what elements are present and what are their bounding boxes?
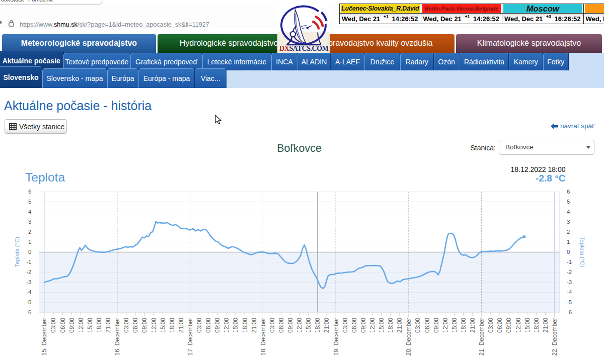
svg-text:18:00: 18:00 — [460, 318, 467, 333]
svg-text:5: 5 — [28, 199, 31, 205]
svg-text:15:00: 15:00 — [451, 318, 458, 333]
svg-text:03:00: 03:00 — [487, 318, 494, 333]
svg-text:2: 2 — [567, 229, 570, 235]
svg-text:21:00: 21:00 — [469, 318, 476, 333]
svg-text:21. December: 21. December — [478, 318, 485, 355]
svg-text:21:00: 21:00 — [396, 318, 403, 333]
svg-text:1: 1 — [567, 239, 570, 245]
svg-text:15. December: 15. December — [41, 318, 48, 355]
svg-text:03:00: 03:00 — [414, 318, 421, 333]
svg-text:21:00: 21:00 — [105, 318, 112, 333]
svg-text:0: 0 — [28, 249, 31, 255]
svg-text:-5: -5 — [567, 299, 572, 305]
svg-text:-4: -4 — [567, 289, 572, 295]
svg-text:15:00: 15:00 — [378, 318, 385, 333]
svg-text:21:00: 21:00 — [323, 318, 330, 333]
svg-text:6: 6 — [28, 189, 31, 195]
svg-text:-4: -4 — [26, 289, 32, 295]
svg-text:18:00: 18:00 — [169, 318, 176, 333]
svg-text:06:00: 06:00 — [424, 318, 431, 333]
svg-text:-3: -3 — [26, 279, 31, 285]
svg-text:-6: -6 — [26, 309, 31, 315]
svg-text:18:00: 18:00 — [314, 318, 321, 333]
svg-text:18:00: 18:00 — [242, 318, 249, 333]
svg-text:5: 5 — [567, 199, 570, 205]
svg-text:3: 3 — [28, 219, 31, 225]
svg-text:15:00: 15:00 — [524, 318, 531, 333]
svg-text:4: 4 — [567, 209, 570, 215]
svg-text:18. December: 18. December — [260, 318, 267, 355]
svg-text:0: 0 — [567, 249, 570, 255]
svg-text:17. December: 17. December — [187, 318, 194, 355]
svg-text:15:00: 15:00 — [305, 318, 312, 333]
svg-text:-1: -1 — [26, 259, 31, 265]
svg-text:18:00: 18:00 — [96, 318, 103, 333]
svg-text:20. December: 20. December — [405, 318, 412, 355]
svg-text:18:00: 18:00 — [387, 318, 394, 333]
svg-text:03:00: 03:00 — [196, 318, 203, 333]
svg-text:6: 6 — [567, 189, 570, 195]
svg-text:03:00: 03:00 — [50, 318, 57, 333]
svg-text:03:00: 03:00 — [269, 318, 276, 333]
svg-text:03:00: 03:00 — [342, 318, 349, 333]
svg-text:09:00: 09:00 — [214, 318, 221, 333]
svg-text:09:00: 09:00 — [505, 318, 512, 333]
svg-text:12:00: 12:00 — [369, 318, 376, 333]
svg-text:12:00: 12:00 — [296, 318, 303, 333]
svg-text:1: 1 — [28, 239, 31, 245]
svg-text:06:00: 06:00 — [59, 318, 66, 333]
svg-text:19. December: 19. December — [333, 318, 340, 355]
svg-text:16. December: 16. December — [114, 318, 121, 355]
svg-text:Teplota (°C): Teplota (°C) — [14, 236, 20, 267]
svg-text:21:00: 21:00 — [542, 318, 549, 333]
svg-text:06:00: 06:00 — [205, 318, 212, 333]
svg-text:09:00: 09:00 — [68, 318, 76, 333]
svg-text:-2: -2 — [26, 269, 31, 275]
svg-text:09:00: 09:00 — [360, 318, 367, 333]
svg-text:22. December: 22. December — [551, 318, 558, 355]
svg-text:09:00: 09:00 — [287, 318, 294, 333]
svg-text:-6: -6 — [567, 309, 572, 315]
svg-text:15:00: 15:00 — [232, 318, 239, 333]
svg-text:12:00: 12:00 — [150, 318, 158, 333]
svg-text:-3: -3 — [567, 279, 572, 285]
svg-text:12:00: 12:00 — [442, 318, 449, 333]
svg-text:09:00: 09:00 — [141, 318, 148, 333]
svg-text:06:00: 06:00 — [132, 318, 139, 333]
svg-text:06:00: 06:00 — [278, 318, 285, 333]
svg-text:18:00: 18:00 — [533, 318, 540, 333]
svg-text:Teplota (°C): Teplota (°C) — [579, 237, 585, 267]
svg-text:-5: -5 — [26, 299, 31, 305]
svg-text:-2: -2 — [567, 269, 572, 275]
svg-text:15:00: 15:00 — [87, 318, 94, 333]
svg-text:21:00: 21:00 — [178, 318, 185, 333]
svg-text:-1: -1 — [567, 259, 572, 265]
svg-text:15:00: 15:00 — [160, 318, 167, 333]
svg-text:3: 3 — [567, 219, 570, 225]
svg-text:21:00: 21:00 — [251, 318, 258, 333]
svg-text:03:00: 03:00 — [123, 318, 130, 333]
svg-text:4: 4 — [28, 209, 32, 215]
svg-text:09:00: 09:00 — [433, 318, 440, 333]
svg-text:2: 2 — [28, 229, 31, 235]
svg-text:06:00: 06:00 — [496, 318, 503, 333]
svg-text:12:00: 12:00 — [78, 318, 85, 333]
svg-text:12:00: 12:00 — [515, 318, 522, 333]
svg-text:12:00: 12:00 — [223, 318, 230, 333]
svg-text:06:00: 06:00 — [351, 318, 358, 333]
